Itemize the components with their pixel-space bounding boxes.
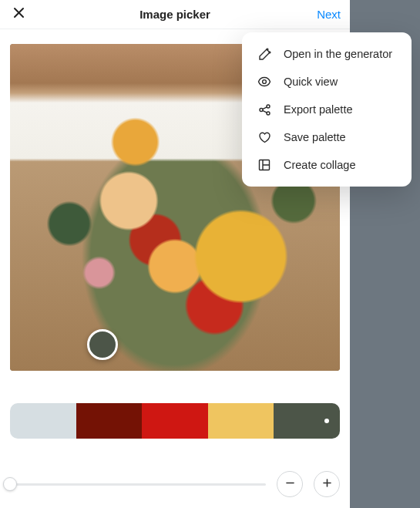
- menu-quick-view[interactable]: Quick view: [242, 68, 412, 96]
- palette-swatch-4[interactable]: [208, 403, 274, 439]
- zoom-slider[interactable]: [10, 477, 266, 491]
- palette-swatch-1[interactable]: [10, 403, 76, 439]
- menu-label: Save palette: [284, 131, 346, 143]
- palette-swatch-2[interactable]: [76, 403, 143, 439]
- page-title: Image picker: [0, 8, 350, 21]
- share-icon: [257, 103, 271, 116]
- close-icon: [13, 7, 25, 22]
- svg-point-2: [267, 105, 270, 108]
- zoom-controls: [10, 471, 340, 497]
- menu-create-collage[interactable]: Create collage: [242, 151, 412, 179]
- menu-label: Export palette: [284, 103, 352, 116]
- svg-point-0: [263, 80, 267, 84]
- zoom-out-button[interactable]: [277, 471, 303, 497]
- collage-icon: [257, 158, 271, 172]
- svg-point-3: [267, 112, 270, 115]
- heart-icon: [257, 130, 271, 144]
- palette-swatch-3[interactable]: [142, 403, 208, 439]
- active-indicator: [324, 419, 329, 423]
- palette: [10, 403, 340, 439]
- menu-save-palette[interactable]: Save palette: [242, 123, 412, 151]
- color-picker-handle[interactable]: [87, 329, 118, 360]
- palette-swatch-5[interactable]: [274, 403, 340, 439]
- minus-icon: [285, 477, 295, 491]
- close-button[interactable]: [9, 5, 28, 24]
- plus-icon: [322, 477, 332, 491]
- menu-open-generator[interactable]: Open in the generator: [242, 40, 412, 68]
- eye-icon: [257, 75, 271, 89]
- zoom-in-button[interactable]: [314, 471, 340, 497]
- slider-thumb[interactable]: [3, 477, 17, 491]
- wand-icon: [257, 47, 271, 61]
- svg-point-1: [260, 108, 263, 111]
- header: Image picker Next: [0, 0, 350, 29]
- menu-label: Open in the generator: [284, 48, 392, 60]
- context-menu: Open in the generator Quick view Export …: [242, 32, 412, 187]
- next-button[interactable]: Next: [317, 8, 341, 21]
- menu-export-palette[interactable]: Export palette: [242, 96, 412, 123]
- menu-label: Quick view: [284, 76, 338, 88]
- menu-label: Create collage: [284, 159, 356, 171]
- slider-track: [10, 483, 266, 486]
